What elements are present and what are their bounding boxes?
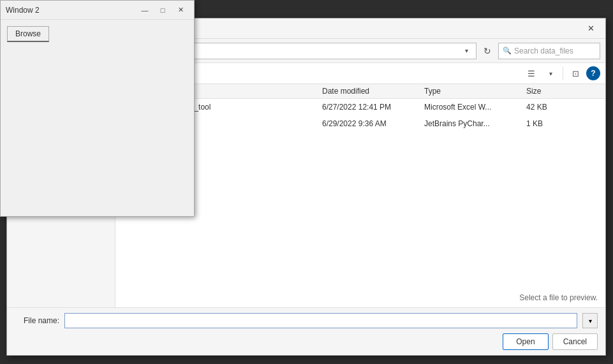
window2-title: Window 2 bbox=[6, 6, 137, 15]
cancel-button[interactable]: Cancel bbox=[552, 333, 598, 350]
dialog-bottom: File name: ▾ Open Cancel bbox=[7, 307, 605, 355]
file-type-cell: Microsoft Excel W... bbox=[422, 103, 524, 112]
buttons-row: Open Cancel bbox=[15, 333, 598, 350]
search-placeholder: Search data_files bbox=[514, 47, 573, 55]
window2-titlebar: Window 2 — □ ✕ bbox=[1, 1, 194, 20]
dialog-close-btn[interactable]: ✕ bbox=[582, 22, 599, 36]
open-button[interactable]: Open bbox=[503, 333, 548, 350]
col-header-type[interactable]: Type bbox=[422, 87, 524, 96]
preview-text: Select a file to preview. bbox=[115, 288, 605, 307]
toolbar-divider bbox=[563, 67, 563, 80]
file-date-cell: 6/29/2022 9:36 AM bbox=[320, 119, 422, 128]
window2: Window 2 — □ ✕ Browse bbox=[0, 0, 195, 217]
file-size-cell: 42 KB bbox=[524, 103, 575, 112]
breadcrumb-dropdown-btn[interactable]: ▾ bbox=[461, 45, 472, 57]
refresh-btn[interactable]: ↻ bbox=[479, 43, 496, 59]
pane-view-btn[interactable]: ⊡ bbox=[567, 66, 584, 81]
file-type-cell: JetBrains PyChar... bbox=[422, 119, 524, 128]
window2-close-btn[interactable]: ✕ bbox=[172, 4, 189, 17]
col-header-size[interactable]: Size bbox=[524, 87, 575, 96]
window2-controls: — □ ✕ bbox=[137, 4, 189, 17]
view-dropdown-btn[interactable]: ▾ bbox=[542, 66, 559, 81]
window2-maximize-btn[interactable]: □ bbox=[154, 4, 171, 17]
help-btn[interactable]: ? bbox=[586, 66, 600, 80]
browse-button[interactable]: Browse bbox=[7, 26, 49, 42]
window2-minimize-btn[interactable]: — bbox=[137, 4, 153, 17]
search-box: 🔍 Search data_files bbox=[498, 43, 600, 59]
filename-dropdown-btn[interactable]: ▾ bbox=[582, 313, 598, 328]
filename-label: File name: bbox=[15, 316, 59, 325]
search-icon: 🔍 bbox=[503, 47, 512, 55]
filename-input[interactable] bbox=[64, 313, 577, 328]
col-header-modified[interactable]: Date modified bbox=[320, 87, 422, 96]
file-size-cell: 1 KB bbox=[524, 119, 575, 128]
window2-body: Browse bbox=[1, 20, 194, 48]
filename-row: File name: ▾ bbox=[15, 313, 598, 328]
list-view-btn[interactable]: ☰ bbox=[523, 66, 540, 81]
file-date-cell: 6/27/2022 12:41 PM bbox=[320, 103, 422, 112]
